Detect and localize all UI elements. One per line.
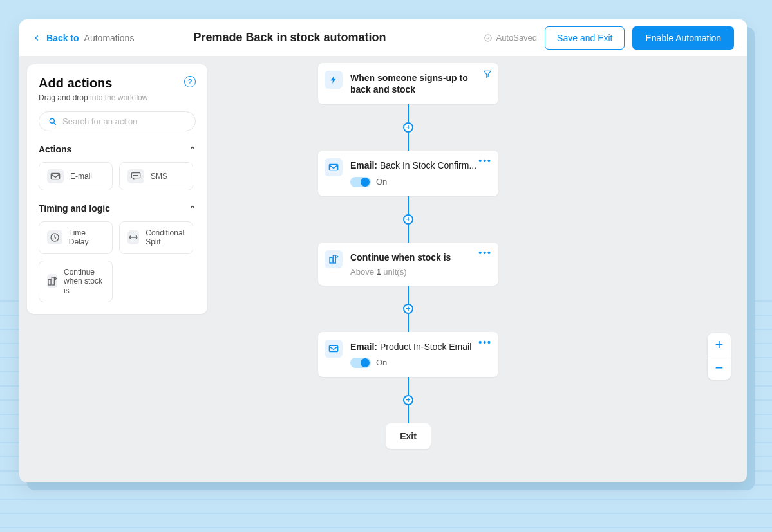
- svg-rect-2: [51, 173, 59, 179]
- toggle-label: On: [376, 177, 387, 187]
- section-timing-header[interactable]: Timing and logic ⌄: [39, 203, 196, 214]
- help-icon[interactable]: ?: [184, 76, 196, 87]
- svg-rect-8: [330, 257, 332, 263]
- arrow-left-icon: [32, 33, 41, 42]
- action-email-pill[interactable]: E-mail: [39, 162, 113, 190]
- zoom-out-button[interactable]: −: [708, 356, 731, 380]
- add-step-button[interactable]: +: [403, 122, 413, 133]
- action-delay-pill[interactable]: Time Delay: [39, 221, 113, 254]
- mail-icon: [47, 169, 64, 183]
- svg-point-0: [485, 34, 492, 41]
- email1-title: Email: Back In Stock Confirm...: [350, 160, 488, 171]
- pill-label: E-mail: [70, 172, 92, 181]
- filter-icon[interactable]: [483, 69, 492, 78]
- add-step-button[interactable]: +: [403, 395, 413, 405]
- zoom-in-button[interactable]: +: [708, 333, 731, 356]
- workflow-canvas[interactable]: When someone signs-up to back and stock …: [215, 57, 747, 482]
- svg-point-1: [50, 118, 54, 123]
- stock-node[interactable]: ••• Continue when stock is Above 1 unit(…: [318, 243, 498, 286]
- sidebar-hint: Drag and drop into the workflow: [39, 93, 196, 102]
- split-icon: [127, 230, 139, 244]
- zoom-controls: + −: [708, 333, 731, 380]
- chevron-down-icon: ⌄: [189, 204, 196, 213]
- save-exit-button[interactable]: Save and Exit: [545, 26, 625, 50]
- email2-toggle[interactable]: On: [350, 358, 488, 368]
- add-step-button[interactable]: +: [403, 214, 413, 225]
- mail-icon: [325, 340, 343, 358]
- node-menu-icon[interactable]: •••: [478, 156, 492, 166]
- search-icon: [48, 117, 57, 126]
- exit-node[interactable]: Exit: [386, 423, 431, 449]
- search-container[interactable]: [39, 111, 196, 131]
- email2-title: Email: Product In-Stock Email: [350, 341, 488, 353]
- action-sms-pill[interactable]: SMS: [119, 162, 193, 190]
- sidebar-title: Add actions: [39, 76, 112, 91]
- svg-rect-7: [329, 165, 337, 170]
- topbar: Back to Automations Premade Back in stoc…: [19, 19, 747, 57]
- pill-label: SMS: [151, 172, 167, 181]
- section-actions-header[interactable]: Actions ⌄: [39, 144, 196, 154]
- svg-rect-9: [333, 255, 335, 263]
- action-stock-pill[interactable]: Continue when stock is: [39, 261, 113, 302]
- clock-icon: [47, 230, 62, 244]
- pill-label: Conditional Split: [146, 228, 185, 247]
- stock-icon: [47, 274, 57, 288]
- page-title: Premade Back in stock automation: [95, 31, 484, 44]
- node-menu-icon[interactable]: •••: [478, 248, 492, 258]
- pill-label: Continue when stock is: [64, 268, 104, 295]
- email-node-1[interactable]: ••• Email: Back In Stock Confirm... On: [318, 151, 498, 196]
- autosave-label: AutoSaved: [496, 33, 537, 42]
- enable-automation-button[interactable]: Enable Automation: [632, 26, 734, 50]
- toggle-label: On: [376, 358, 387, 367]
- stock-subtitle: Above 1 unit(s): [350, 267, 488, 277]
- back-label: Back to: [46, 33, 79, 43]
- search-input[interactable]: [62, 116, 186, 126]
- section-actions-label: Actions: [39, 144, 71, 154]
- trigger-title: When someone signs-up to back and stock: [350, 72, 488, 95]
- autosave-status: AutoSaved: [484, 33, 537, 42]
- pill-label: Time Delay: [69, 228, 104, 247]
- stock-title: Continue when stock is: [350, 252, 488, 263]
- check-circle-icon: [484, 33, 493, 42]
- stock-icon: [325, 250, 343, 268]
- email1-toggle[interactable]: On: [350, 177, 488, 187]
- add-step-button[interactable]: +: [403, 304, 413, 314]
- email-node-2[interactable]: ••• Email: Product In-Stock Email On: [318, 332, 498, 377]
- node-menu-icon[interactable]: •••: [478, 337, 492, 347]
- trigger-node[interactable]: When someone signs-up to back and stock: [318, 63, 498, 104]
- action-split-pill[interactable]: Conditional Split: [119, 221, 193, 254]
- mail-icon: [325, 158, 343, 176]
- svg-rect-10: [329, 345, 337, 351]
- svg-rect-5: [48, 280, 51, 286]
- section-timing-label: Timing and logic: [39, 203, 110, 214]
- action-sidebar: Add actions ? Drag and drop into the wor…: [27, 64, 207, 314]
- app-window: Back to Automations Premade Back in stoc…: [19, 19, 747, 482]
- bolt-icon: [325, 71, 343, 89]
- chevron-down-icon: ⌄: [189, 145, 196, 154]
- svg-rect-6: [52, 277, 54, 285]
- chat-icon: [127, 169, 144, 183]
